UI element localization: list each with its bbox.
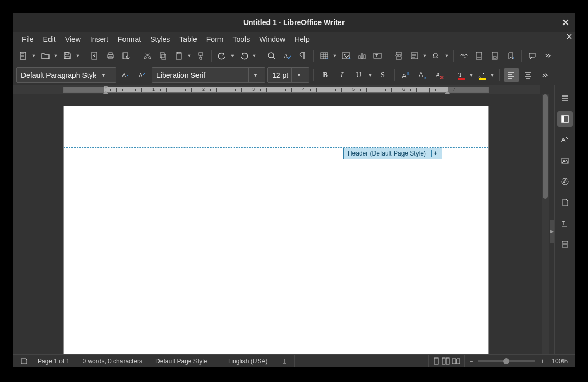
horizontal-ruler[interactable]: 1234567: [13, 85, 540, 94]
sidebar-style-inspector-icon[interactable]: T: [557, 216, 573, 231]
clear-formatting-button[interactable]: A: [432, 68, 447, 82]
highlight-color-button[interactable]: [476, 69, 488, 81]
right-indent-marker[interactable]: [445, 91, 450, 94]
insert-table-dropdown[interactable]: ▼: [332, 53, 338, 58]
align-left-button[interactable]: [504, 68, 519, 82]
save-dropdown[interactable]: ▼: [75, 53, 81, 58]
menu-tools[interactable]: Tools: [228, 33, 255, 45]
sidebar-navigator-icon[interactable]: [557, 174, 573, 189]
open-button[interactable]: [38, 49, 53, 63]
insert-textbox-button[interactable]: T: [370, 49, 385, 63]
special-char-dropdown[interactable]: ▼: [444, 53, 450, 58]
open-dropdown[interactable]: ▼: [53, 53, 59, 58]
zoom-slider[interactable]: [478, 360, 535, 362]
document-close-button[interactable]: [567, 34, 572, 39]
new-dropdown[interactable]: ▼: [31, 53, 37, 58]
zoom-out-button[interactable]: −: [467, 357, 475, 365]
toolbar-overflow-button[interactable]: [541, 49, 555, 63]
window-close-button[interactable]: [560, 17, 571, 28]
formatting-marks-button[interactable]: [296, 49, 310, 63]
highlight-color-dropdown[interactable]: ▼: [489, 73, 495, 78]
undo-dropdown[interactable]: ▼: [229, 53, 236, 58]
find-button[interactable]: [264, 49, 279, 63]
insert-image-button[interactable]: +: [339, 49, 353, 63]
bold-button[interactable]: B: [318, 68, 333, 82]
strikethrough-button[interactable]: S: [375, 68, 390, 82]
print-preview-button[interactable]: [119, 49, 133, 63]
subscript-button[interactable]: AB: [415, 68, 430, 82]
save-button[interactable]: [60, 49, 75, 63]
font-size-arrow[interactable]: ▼: [291, 68, 306, 82]
font-size-combo[interactable]: 12 pt ▼: [267, 67, 309, 83]
menu-view[interactable]: View: [60, 33, 85, 45]
menu-edit[interactable]: Edit: [39, 33, 60, 45]
status-language[interactable]: English (USA): [222, 355, 274, 367]
copy-button[interactable]: [156, 49, 170, 63]
indent-marker-bottom[interactable]: [103, 91, 108, 94]
underline-dropdown[interactable]: ▼: [367, 73, 373, 78]
update-style-button[interactable]: A: [118, 68, 133, 82]
insert-table-button[interactable]: +: [317, 49, 332, 63]
comment-button[interactable]: [525, 49, 540, 63]
sidebar-gallery-icon[interactable]: [557, 153, 573, 169]
insert-field-button[interactable]: [407, 49, 422, 63]
header-badge[interactable]: Header (Default Page Style) +: [343, 148, 442, 159]
menu-table[interactable]: Table: [175, 33, 201, 45]
status-page[interactable]: Page 1 of 1: [31, 355, 76, 367]
footnote-button[interactable]: 1: [472, 49, 487, 63]
view-single-page-icon[interactable]: [433, 357, 439, 365]
view-multi-page-icon[interactable]: [442, 357, 450, 365]
paste-dropdown[interactable]: ▼: [186, 53, 192, 58]
menu-file[interactable]: File: [17, 33, 39, 45]
endnote-button[interactable]: [488, 49, 503, 63]
document-page[interactable]: Header (Default Page Style) +: [63, 106, 489, 354]
sidebar-page-icon[interactable]: [557, 195, 573, 210]
undo-button[interactable]: [215, 49, 229, 63]
sidebar-collapse-handle[interactable]: ▶: [550, 220, 554, 243]
sidebar-menu-icon[interactable]: [557, 90, 573, 106]
page-break-button[interactable]: [391, 49, 406, 63]
print-button[interactable]: [103, 49, 118, 63]
font-name-combo[interactable]: Liberation Serif ▼: [152, 67, 265, 83]
indent-marker-top[interactable]: [103, 86, 108, 89]
menu-format[interactable]: Format: [113, 33, 145, 45]
zoom-slider-handle[interactable]: [503, 358, 509, 364]
hyperlink-button[interactable]: [457, 49, 471, 63]
sidebar-properties-icon[interactable]: [557, 111, 573, 127]
bookmark-button[interactable]: +: [504, 49, 518, 63]
view-book-icon[interactable]: [452, 357, 460, 365]
special-char-button[interactable]: Ω: [429, 49, 444, 63]
redo-dropdown[interactable]: ▼: [251, 53, 258, 58]
underline-button[interactable]: U: [351, 68, 366, 82]
spellcheck-button[interactable]: A: [280, 49, 295, 63]
export-pdf-button[interactable]: [88, 49, 102, 63]
superscript-button[interactable]: AB: [399, 68, 413, 82]
sidebar-styles-icon[interactable]: A: [557, 132, 573, 148]
paragraph-style-combo[interactable]: Default Paragraph Style ▼: [16, 67, 116, 83]
new-style-button[interactable]: A: [135, 68, 150, 82]
vertical-scrollbar[interactable]: [542, 94, 549, 354]
menu-insert[interactable]: Insert: [85, 33, 113, 45]
paste-button[interactable]: [172, 49, 186, 63]
header-add-icon[interactable]: +: [431, 150, 439, 157]
sidebar-manage-changes-icon[interactable]: [557, 236, 573, 252]
menu-window[interactable]: Window: [254, 33, 290, 45]
paragraph-style-arrow[interactable]: ▼: [96, 68, 111, 82]
cut-button[interactable]: [140, 49, 155, 63]
zoom-in-button[interactable]: +: [538, 357, 546, 365]
scrollbar-thumb[interactable]: [543, 94, 548, 199]
redo-button[interactable]: [237, 49, 251, 63]
insert-field-dropdown[interactable]: ▼: [422, 53, 428, 58]
status-insert-mode[interactable]: [274, 355, 295, 367]
menu-styles[interactable]: Styles: [145, 33, 175, 45]
font-name-arrow[interactable]: ▼: [248, 68, 263, 82]
status-save-icon[interactable]: [17, 355, 31, 367]
insert-chart-button[interactable]: +: [354, 49, 369, 63]
document-region[interactable]: ⌐ 1234567 Header (Default Page Style) +: [13, 85, 554, 354]
menu-help[interactable]: Help: [290, 33, 314, 45]
font-color-button[interactable]: T: [456, 69, 467, 81]
fmt-toolbar-overflow-button[interactable]: [537, 68, 552, 82]
status-page-style[interactable]: Default Page Style: [149, 355, 222, 367]
font-color-dropdown[interactable]: ▼: [468, 73, 474, 78]
menu-form[interactable]: Form: [202, 33, 228, 45]
